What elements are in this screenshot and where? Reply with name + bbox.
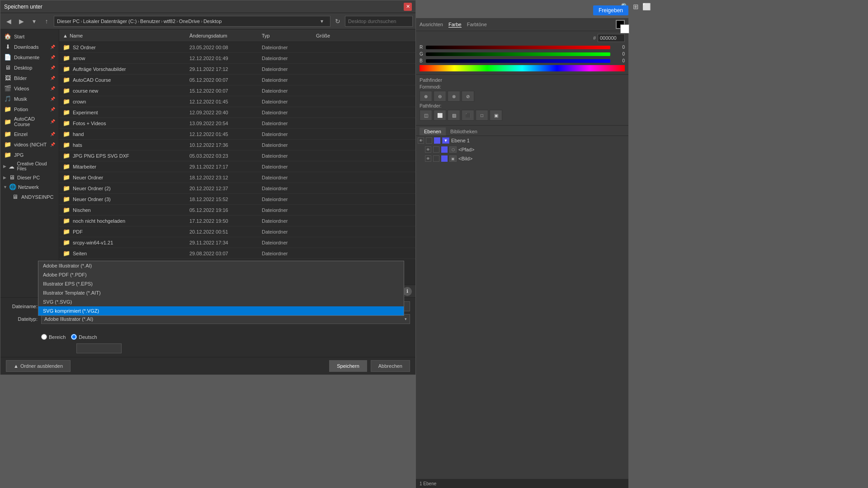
file-row[interactable]: 📁 hats 10.12.2022 17:36 Dateiordner xyxy=(59,140,415,150)
layer-row-ebene1[interactable]: 👁 ▼ Ebene 1 xyxy=(416,136,628,145)
column-name[interactable]: ▲ Name xyxy=(63,33,189,38)
column-date[interactable]: Änderungsdatum xyxy=(189,33,262,38)
file-row[interactable]: 📁 Mitarbeiter 29.11.2022 17:17 Dateiordn… xyxy=(59,161,415,172)
slider-g-track[interactable] xyxy=(426,52,610,56)
file-row[interactable]: 📁 Neuer Ordner (2) 20.12.2022 12:37 Date… xyxy=(59,183,415,194)
sidebar-item-music[interactable]: 🎵 Musik 📌 xyxy=(0,94,59,104)
file-row[interactable]: 📁 PDF 20.12.2022 00:51 Dateiordner xyxy=(59,226,415,237)
breadcrumb-desktop[interactable]: Desktop xyxy=(203,19,222,24)
slider-b-track[interactable] xyxy=(426,59,610,63)
tab-farbe[interactable]: Farbe xyxy=(448,22,462,28)
pf-minus2-button[interactable]: ▣ xyxy=(490,110,502,121)
breadcrumb-thispc[interactable]: Dieser PC xyxy=(57,19,80,24)
pf-unite-button[interactable]: ⊕ xyxy=(420,91,432,102)
file-row[interactable]: 📁 arrow 12.12.2022 01:49 Dateiordner xyxy=(59,53,415,64)
visibility-icon[interactable]: 👁 xyxy=(425,146,431,153)
sidebar-item-jpg[interactable]: 📁 JPG xyxy=(0,150,59,160)
dropdown-option-ai[interactable]: Adobe Illustrator (*.AI) xyxy=(38,261,404,270)
sidebar-item-potion[interactable]: 📁 Potion 📌 xyxy=(0,104,59,114)
freigeben-button[interactable]: Freigeben xyxy=(593,5,628,15)
forward-button[interactable]: ▶ xyxy=(16,16,27,26)
radio-deutsch[interactable]: Deutsch xyxy=(71,334,97,340)
dropdown-option-svg[interactable]: SVG (*.SVG) xyxy=(38,297,404,306)
pf-intersect-button[interactable]: ⊗ xyxy=(448,91,460,102)
search-input[interactable] xyxy=(345,16,413,27)
pf-trim-button[interactable]: ⬜ xyxy=(434,110,446,121)
file-row[interactable]: 📁 S2 Ordner 23.05.2022 00:08 Dateiordner xyxy=(59,42,415,53)
file-row[interactable]: 📁 Aufträge Vorschaubilder 29.11.2022 17:… xyxy=(59,64,415,75)
column-type[interactable]: Typ xyxy=(262,33,316,38)
tab-ausrichten[interactable]: Ausrichten xyxy=(420,22,443,27)
file-row[interactable]: 📁 AutoCAD Course 05.12.2022 00:07 Dateio… xyxy=(59,75,415,85)
sidebar-item-andyseinpc[interactable]: 🖥 ANDYSEINPC xyxy=(0,192,59,202)
background-swatch[interactable] xyxy=(620,24,629,33)
radio-bereich[interactable]: Bereich xyxy=(41,334,66,340)
file-row[interactable]: 📁 Neuer Ordner 18.12.2022 23:12 Dateiord… xyxy=(59,172,415,183)
file-row[interactable]: 📁 Seiten 29.08.2022 03:07 Dateiordner xyxy=(59,248,415,259)
slider-r-track[interactable] xyxy=(426,46,610,49)
visibility-icon[interactable]: 👁 xyxy=(425,155,431,162)
hex-input[interactable] xyxy=(598,34,625,42)
file-row[interactable]: 📁 JPG PNG EPS SVG DXF 05.03.2022 03:23 D… xyxy=(59,150,415,161)
down-arrow-button[interactable]: ▾ xyxy=(28,16,39,26)
extra-text-input[interactable] xyxy=(76,343,122,353)
up-button[interactable]: ↑ xyxy=(41,16,52,26)
breadcrumb-benutzer[interactable]: Benutzer xyxy=(140,19,160,24)
sidebar-item-documents[interactable]: 📄 Dokumente 📌 xyxy=(0,52,59,62)
tab-farbtoene[interactable]: Farbtöne xyxy=(467,22,487,27)
foreground-swatch[interactable] xyxy=(616,20,625,29)
pf-minus-button[interactable]: ⊖ xyxy=(434,91,446,102)
sidebar-item-start[interactable]: 🏠 Start xyxy=(0,31,59,42)
pf-crop-button[interactable]: ⬛ xyxy=(462,110,474,121)
save-button[interactable]: Speichern xyxy=(329,360,367,372)
dropdown-option-svgz[interactable]: SVG komprimiert (*.VGZ) xyxy=(38,306,404,315)
grid-icon-button[interactable]: ⊞ xyxy=(633,3,639,11)
pf-divide-button[interactable]: ◫ xyxy=(420,110,432,121)
dropdown-option-ait[interactable]: Illustrator Template (*.AIT) xyxy=(38,288,404,297)
refresh-button[interactable]: ↻ xyxy=(332,16,343,26)
layer-row-pfad[interactable]: 👁 ⬡ <Pfad> xyxy=(416,145,628,154)
file-row[interactable]: 📁 srcpy-win64-v1.21 29.11.2022 17:34 Dat… xyxy=(59,237,415,248)
pf-merge-button[interactable]: ▨ xyxy=(448,110,460,121)
file-row[interactable]: 📁 noch nicht hochgeladen 17.12.2022 19:5… xyxy=(59,216,415,226)
dropdown-option-eps[interactable]: Illustrator EPS (*.EPS) xyxy=(38,279,404,288)
column-size[interactable]: Größe xyxy=(316,33,352,38)
color-spectrum-bar[interactable] xyxy=(420,65,625,71)
back-button[interactable]: ◀ xyxy=(3,16,14,26)
breadcrumb-user[interactable]: wtf82 xyxy=(164,19,175,24)
breadcrumb-dropdown-button[interactable]: ▾ xyxy=(316,16,327,26)
file-row[interactable]: 📁 Nischen 05.12.2022 19:16 Dateiordner xyxy=(59,205,415,216)
sidebar-item-videos[interactable]: 🎬 Videos 📌 xyxy=(0,83,59,94)
sidebar-item-desktop[interactable]: 🖥 Desktop 📌 xyxy=(0,62,59,73)
breadcrumb-onedrive[interactable]: OneDrive xyxy=(179,19,200,24)
sidebar-item-videos2[interactable]: 📁 videos (NICHT FERT 📌 xyxy=(0,139,59,150)
sidebar-item-autocad[interactable]: 📁 AutoCAD Course 📌 xyxy=(0,114,59,129)
tab-bibliotheken[interactable]: Bibliotheken xyxy=(446,127,482,136)
file-row[interactable]: 📁 hand 12.12.2022 01:45 Dateiordner xyxy=(59,129,415,140)
close-button[interactable]: ✕ xyxy=(404,3,412,11)
tab-ebenen[interactable]: Ebenen xyxy=(420,127,446,136)
sidebar-group-creative-cloud[interactable]: ▶ ☁ Creative Cloud Files xyxy=(0,160,59,173)
cancel-button[interactable]: Abbrechen xyxy=(371,360,410,372)
file-row[interactable]: 📁 Neuer Ordner (3) 18.12.2022 15:52 Date… xyxy=(59,194,415,205)
pf-outline-button[interactable]: □ xyxy=(476,110,488,121)
file-row[interactable]: 📁 crown 12.12.2022 01:45 Dateiordner xyxy=(59,96,415,107)
toggle-folder-button[interactable]: ▲ Ordner ausblenden xyxy=(6,360,71,372)
file-row[interactable]: 📁 Experiment 12.09.2022 20:40 Dateiordne… xyxy=(59,107,415,118)
sidebar-group-network[interactable]: ▼ 🌐 Netzwerk xyxy=(0,182,59,192)
pin-icon: 📌 xyxy=(50,119,55,124)
maximize-icon-button[interactable]: ⬜ xyxy=(642,3,651,11)
sidebar-item-einzel[interactable]: 📁 Einzel 📌 xyxy=(0,129,59,139)
dropdown-option-pdf[interactable]: Adobe PDF (*.PDF) xyxy=(38,270,404,279)
folder-icon: 📁 xyxy=(63,217,70,224)
file-row[interactable]: 📁 course new 15.12.2022 00:07 Dateiordne… xyxy=(59,85,415,96)
layer-row-bild[interactable]: 👁 ▣ <Bild> xyxy=(416,154,628,163)
info-button[interactable]: ℹ xyxy=(403,287,412,296)
file-row[interactable]: 📁 Fotos + Videos 13.09.2022 20:54 Dateio… xyxy=(59,118,415,129)
sidebar-item-pictures[interactable]: 🖼 Bilder 📌 xyxy=(0,73,59,83)
breadcrumb-drive[interactable]: Lokaler Datenträger (C:) xyxy=(83,19,137,24)
visibility-icon[interactable]: 👁 xyxy=(418,137,424,144)
sidebar-group-thispc[interactable]: ▶ 🖥 Dieser PC xyxy=(0,173,59,182)
pf-exclude-button[interactable]: ⊘ xyxy=(462,91,474,102)
sidebar-item-downloads[interactable]: ⬇ Downloads 📌 xyxy=(0,42,59,52)
